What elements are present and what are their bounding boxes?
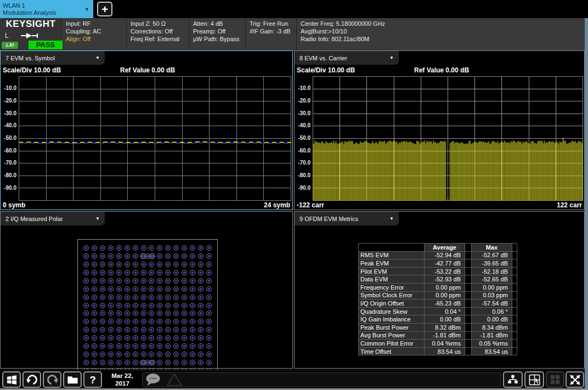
y-axis-tick-label: -60.0 xyxy=(298,148,310,154)
constellation-point xyxy=(150,253,155,259)
panel-evm-vs-carrier[interactable]: 8 EVM vs. Carrier ▼ Scale/Div 10.00 dB R… xyxy=(294,50,585,210)
window-selector-iq-polar[interactable]: 2 I/Q Measured Polar ▼ xyxy=(1,212,105,225)
constellation-point xyxy=(149,335,154,341)
constellation-point xyxy=(206,327,212,332)
constellation-point xyxy=(157,310,162,316)
constellation-point xyxy=(116,303,122,308)
help-button[interactable]: ? xyxy=(83,371,102,388)
coupling-status: Coupling: AC xyxy=(66,27,126,35)
y-axis-tick-label: -70.0 xyxy=(4,160,16,166)
panel-iq-measured-polar[interactable]: 2 I/Q Measured Polar ▼ xyxy=(0,211,293,369)
y-axis-tick-label: -60.0 xyxy=(4,148,16,154)
constellation-point xyxy=(149,343,154,349)
constellation-point xyxy=(133,295,138,300)
constellation-point xyxy=(150,360,155,365)
chevron-down-icon[interactable]: ▼ xyxy=(84,7,93,12)
constellation-point xyxy=(83,310,89,316)
undo-button[interactable] xyxy=(22,371,41,388)
panel-evm-vs-symbol[interactable]: 7 EVM vs. Symbol ▼ Scale/Div 10.00 dB Re… xyxy=(0,50,293,210)
constellation-point xyxy=(133,286,138,292)
fullscreen-button[interactable] xyxy=(566,371,584,388)
datetime-display[interactable]: Mar 22, 2017 5:02:48 PM xyxy=(104,372,140,390)
window-selector-evm-symbol[interactable]: 7 EVM vs. Symbol ▼ xyxy=(1,51,105,65)
window-selector-metrics[interactable]: 9 OFDM EVM Metrics ▼ xyxy=(295,212,399,225)
constellation-point xyxy=(206,303,212,308)
touch-window-icon xyxy=(528,374,541,386)
constellation-point xyxy=(141,335,146,341)
constellation-point xyxy=(165,327,171,332)
metric-max-value: 83.54 us xyxy=(472,347,512,355)
constellation-point xyxy=(182,335,187,341)
constellation-point xyxy=(116,352,122,357)
constellation-point xyxy=(116,335,122,341)
windows-start-button[interactable] xyxy=(2,371,21,388)
metric-label: Avg Burst Power xyxy=(359,331,425,340)
constellation-point xyxy=(100,310,105,316)
scale-div-label: Scale/Div 10.00 dB xyxy=(297,66,355,74)
constellation-point xyxy=(190,286,195,292)
redo-icon xyxy=(46,374,59,386)
constellation-point xyxy=(190,253,195,259)
constellation-point xyxy=(92,310,97,316)
constellation-point xyxy=(83,352,89,357)
constellation-point xyxy=(173,303,179,308)
panel-ofdm-evm-metrics[interactable]: 9 OFDM EVM Metrics ▼ AverageMaxRMS EVM-5… xyxy=(294,211,585,369)
metric-avg-value: -1.81 dBm xyxy=(425,331,465,340)
metrics-row: Pilot EVM-53.22 dB-52.18 dB xyxy=(359,267,517,275)
constellation-point xyxy=(108,310,114,316)
constellation-point xyxy=(100,262,105,267)
add-window-button[interactable]: + xyxy=(97,2,112,16)
constellation-point xyxy=(108,270,114,275)
constellation-point xyxy=(173,295,179,300)
constellation-point xyxy=(133,253,138,259)
window-selector-evm-carrier[interactable]: 8 EVM vs. Carrier ▼ xyxy=(295,51,399,65)
metric-label: Quadrature Skew xyxy=(359,307,425,315)
evm-carrier-plot-area[interactable] xyxy=(313,76,583,201)
constellation-point xyxy=(116,295,122,300)
y-axis-tick-label: -40.0 xyxy=(298,122,310,128)
constellation-point xyxy=(149,310,154,316)
constellation-diagram[interactable] xyxy=(77,239,218,380)
constellation-point xyxy=(190,295,195,300)
metric-avg-value: 0.00 ppm xyxy=(425,283,465,291)
metric-label: Data EVM xyxy=(359,275,425,284)
constellation-point xyxy=(198,245,203,251)
constellation-point xyxy=(133,360,138,365)
constellation-point xyxy=(125,270,130,275)
metric-label: I/Q Origin Offset xyxy=(359,299,425,308)
header-col-trigger[interactable]: Trig: Free Run #IF Gain: -3 dB xyxy=(245,18,296,50)
constellation-point xyxy=(206,360,212,365)
y-axis-tick-label: -40.0 xyxy=(4,122,16,128)
constellation-point xyxy=(141,295,146,300)
constellation-point xyxy=(190,352,195,357)
redo-button[interactable] xyxy=(43,371,61,388)
grid xyxy=(19,76,291,201)
constellation-point xyxy=(165,295,171,300)
header-col-atten[interactable]: Atten: 4 dB Preamp: Off µW Path: Bypass xyxy=(189,18,245,50)
constellation-point xyxy=(206,286,212,292)
evm-symbol-plot-area[interactable] xyxy=(19,76,291,201)
constellation-point xyxy=(100,253,105,259)
constellation-point xyxy=(125,295,130,300)
header-col-freq[interactable]: Center Freq: 5.180000000 GHz Avg|Burst:>… xyxy=(296,18,585,50)
select-window-button[interactable] xyxy=(524,371,544,388)
constellation-point xyxy=(165,335,171,341)
constellation-point xyxy=(206,319,212,324)
measurement-tab[interactable]: WLAN 1 Modulation Analysis ▼ xyxy=(0,0,93,18)
freq-ref-status: Freq Ref: External xyxy=(131,35,189,43)
header-col-input[interactable]: Input: RF Coupling: AC Align: Off xyxy=(61,18,126,50)
annotation-bar[interactable] xyxy=(142,372,501,387)
constellation-point xyxy=(190,303,195,308)
constellation-point xyxy=(100,270,105,275)
metric-label: Symbol Clock Error xyxy=(359,291,425,299)
header-col-impedance[interactable]: Input Z: 50 Ω Corrections: Off Freq Ref:… xyxy=(126,18,189,50)
constellation-point xyxy=(165,270,171,275)
metric-max-value: -1.81 dBm xyxy=(472,331,512,340)
constellation-point xyxy=(198,310,203,316)
window-arrange-button[interactable] xyxy=(503,371,523,388)
constellation-point xyxy=(108,295,114,300)
constellation-point xyxy=(125,352,130,357)
metric-avg-value: 0.00 dB xyxy=(425,315,465,324)
file-save-recall-button[interactable] xyxy=(63,371,82,388)
constellation-point xyxy=(92,335,97,341)
